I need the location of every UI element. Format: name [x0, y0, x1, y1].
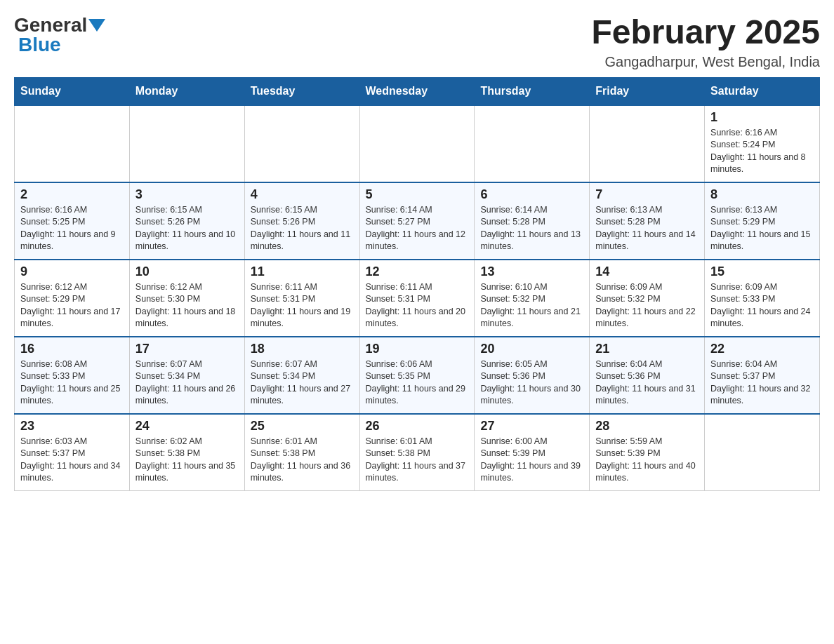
calendar-week-row: 23Sunrise: 6:03 AMSunset: 5:37 PMDayligh…	[15, 414, 820, 491]
calendar-col-sunday: Sunday	[15, 77, 130, 105]
day-number: 20	[480, 342, 583, 356]
day-number: 8	[710, 187, 814, 202]
calendar-cell: 8Sunrise: 6:13 AMSunset: 5:29 PMDaylight…	[705, 182, 820, 260]
calendar-cell: 27Sunrise: 6:00 AMSunset: 5:39 PMDayligh…	[475, 414, 590, 491]
day-info: Sunrise: 6:09 AMSunset: 5:32 PMDaylight:…	[595, 281, 699, 330]
calendar-cell: 12Sunrise: 6:11 AMSunset: 5:31 PMDayligh…	[359, 260, 475, 337]
calendar-cell: 24Sunrise: 6:02 AMSunset: 5:38 PMDayligh…	[129, 414, 244, 491]
day-info: Sunrise: 6:02 AMSunset: 5:38 PMDaylight:…	[135, 436, 239, 485]
day-info: Sunrise: 6:16 AMSunset: 5:25 PMDaylight:…	[20, 204, 124, 253]
calendar-cell: 18Sunrise: 6:07 AMSunset: 5:34 PMDayligh…	[244, 337, 359, 414]
logo-triangle-icon	[88, 19, 105, 32]
calendar-header-row: SundayMondayTuesdayWednesdayThursdayFrid…	[15, 77, 820, 105]
day-number: 23	[20, 419, 124, 434]
day-number: 6	[480, 187, 583, 202]
calendar-cell: 1Sunrise: 6:16 AMSunset: 5:24 PMDaylight…	[705, 105, 820, 182]
calendar-cell: 25Sunrise: 6:01 AMSunset: 5:38 PMDayligh…	[244, 414, 359, 491]
day-info: Sunrise: 6:04 AMSunset: 5:36 PMDaylight:…	[595, 358, 699, 408]
title-section: February 2025 Gangadharpur, West Bengal,…	[591, 14, 820, 70]
calendar-col-friday: Friday	[590, 77, 705, 105]
day-info: Sunrise: 6:11 AMSunset: 5:31 PMDaylight:…	[251, 281, 354, 330]
day-info: Sunrise: 6:16 AMSunset: 5:24 PMDaylight:…	[710, 127, 814, 176]
day-number: 22	[710, 342, 814, 356]
calendar-col-thursday: Thursday	[475, 77, 590, 105]
calendar-cell: 15Sunrise: 6:09 AMSunset: 5:33 PMDayligh…	[705, 260, 820, 337]
calendar-cell: 28Sunrise: 5:59 AMSunset: 5:39 PMDayligh…	[590, 414, 705, 491]
day-info: Sunrise: 5:59 AMSunset: 5:39 PMDaylight:…	[595, 436, 699, 485]
calendar-col-monday: Monday	[129, 77, 244, 105]
calendar-cell: 6Sunrise: 6:14 AMSunset: 5:28 PMDaylight…	[475, 182, 590, 260]
calendar-cell: 19Sunrise: 6:06 AMSunset: 5:35 PMDayligh…	[359, 337, 475, 414]
day-info: Sunrise: 6:11 AMSunset: 5:31 PMDaylight:…	[366, 281, 469, 330]
day-info: Sunrise: 6:12 AMSunset: 5:29 PMDaylight:…	[20, 281, 124, 330]
calendar-table: SundayMondayTuesdayWednesdayThursdayFrid…	[14, 77, 820, 492]
calendar-cell: 9Sunrise: 6:12 AMSunset: 5:29 PMDaylight…	[15, 260, 130, 337]
day-info: Sunrise: 6:03 AMSunset: 5:37 PMDaylight:…	[20, 436, 124, 485]
day-info: Sunrise: 6:00 AMSunset: 5:39 PMDaylight:…	[480, 436, 583, 485]
calendar-week-row: 16Sunrise: 6:08 AMSunset: 5:33 PMDayligh…	[15, 337, 820, 414]
calendar-cell	[15, 105, 130, 182]
day-info: Sunrise: 6:01 AMSunset: 5:38 PMDaylight:…	[251, 436, 354, 485]
calendar-cell: 3Sunrise: 6:15 AMSunset: 5:26 PMDaylight…	[129, 182, 244, 260]
day-number: 1	[710, 110, 814, 125]
day-number: 24	[135, 419, 239, 434]
page-header: General Blue February 2025 Gangadharpur,…	[14, 14, 820, 70]
day-number: 14	[595, 264, 699, 279]
calendar-week-row: 2Sunrise: 6:16 AMSunset: 5:25 PMDaylight…	[15, 182, 820, 260]
day-info: Sunrise: 6:14 AMSunset: 5:27 PMDaylight:…	[366, 204, 469, 253]
calendar-cell: 23Sunrise: 6:03 AMSunset: 5:37 PMDayligh…	[15, 414, 130, 491]
calendar-header: SundayMondayTuesdayWednesdayThursdayFrid…	[15, 77, 820, 105]
calendar-cell: 11Sunrise: 6:11 AMSunset: 5:31 PMDayligh…	[244, 260, 359, 337]
day-number: 5	[366, 187, 469, 202]
day-info: Sunrise: 6:08 AMSunset: 5:33 PMDaylight:…	[20, 358, 124, 408]
day-number: 9	[20, 264, 124, 279]
calendar-cell: 26Sunrise: 6:01 AMSunset: 5:38 PMDayligh…	[359, 414, 475, 491]
month-title: February 2025	[591, 14, 820, 51]
day-info: Sunrise: 6:06 AMSunset: 5:35 PMDaylight:…	[366, 358, 469, 408]
calendar-week-row: 1Sunrise: 6:16 AMSunset: 5:24 PMDaylight…	[15, 105, 820, 182]
calendar-cell: 22Sunrise: 6:04 AMSunset: 5:37 PMDayligh…	[705, 337, 820, 414]
calendar-cell	[244, 105, 359, 182]
day-info: Sunrise: 6:09 AMSunset: 5:33 PMDaylight:…	[710, 281, 814, 330]
day-number: 15	[710, 264, 814, 279]
calendar-cell: 17Sunrise: 6:07 AMSunset: 5:34 PMDayligh…	[129, 337, 244, 414]
logo: General Blue	[14, 14, 107, 56]
calendar-cell: 10Sunrise: 6:12 AMSunset: 5:30 PMDayligh…	[129, 260, 244, 337]
day-number: 13	[480, 264, 583, 279]
calendar-col-tuesday: Tuesday	[244, 77, 359, 105]
calendar-col-wednesday: Wednesday	[359, 77, 475, 105]
day-number: 3	[135, 187, 239, 202]
calendar-cell: 20Sunrise: 6:05 AMSunset: 5:36 PMDayligh…	[475, 337, 590, 414]
day-info: Sunrise: 6:12 AMSunset: 5:30 PMDaylight:…	[135, 281, 239, 330]
day-number: 25	[251, 419, 354, 434]
day-info: Sunrise: 6:10 AMSunset: 5:32 PMDaylight:…	[480, 281, 583, 330]
day-number: 10	[135, 264, 239, 279]
day-number: 12	[366, 264, 469, 279]
calendar-week-row: 9Sunrise: 6:12 AMSunset: 5:29 PMDaylight…	[15, 260, 820, 337]
location: Gangadharpur, West Bengal, India	[591, 54, 820, 70]
day-info: Sunrise: 6:01 AMSunset: 5:38 PMDaylight:…	[366, 436, 469, 485]
calendar-cell: 5Sunrise: 6:14 AMSunset: 5:27 PMDaylight…	[359, 182, 475, 260]
day-number: 16	[20, 342, 124, 356]
day-number: 21	[595, 342, 699, 356]
calendar-cell	[129, 105, 244, 182]
day-number: 7	[595, 187, 699, 202]
calendar-col-saturday: Saturday	[705, 77, 820, 105]
day-info: Sunrise: 6:07 AMSunset: 5:34 PMDaylight:…	[135, 358, 239, 408]
day-info: Sunrise: 6:13 AMSunset: 5:29 PMDaylight:…	[710, 204, 814, 253]
day-info: Sunrise: 6:05 AMSunset: 5:36 PMDaylight:…	[480, 358, 583, 408]
day-number: 27	[480, 419, 583, 434]
day-info: Sunrise: 6:14 AMSunset: 5:28 PMDaylight:…	[480, 204, 583, 253]
calendar-cell: 13Sunrise: 6:10 AMSunset: 5:32 PMDayligh…	[475, 260, 590, 337]
day-info: Sunrise: 6:04 AMSunset: 5:37 PMDaylight:…	[710, 358, 814, 408]
day-info: Sunrise: 6:13 AMSunset: 5:28 PMDaylight:…	[595, 204, 699, 253]
day-number: 11	[251, 264, 354, 279]
calendar-cell: 16Sunrise: 6:08 AMSunset: 5:33 PMDayligh…	[15, 337, 130, 414]
day-number: 4	[251, 187, 354, 202]
calendar-cell	[475, 105, 590, 182]
day-number: 17	[135, 342, 239, 356]
calendar-cell: 21Sunrise: 6:04 AMSunset: 5:36 PMDayligh…	[590, 337, 705, 414]
day-number: 18	[251, 342, 354, 356]
calendar-cell: 2Sunrise: 6:16 AMSunset: 5:25 PMDaylight…	[15, 182, 130, 260]
day-number: 2	[20, 187, 124, 202]
